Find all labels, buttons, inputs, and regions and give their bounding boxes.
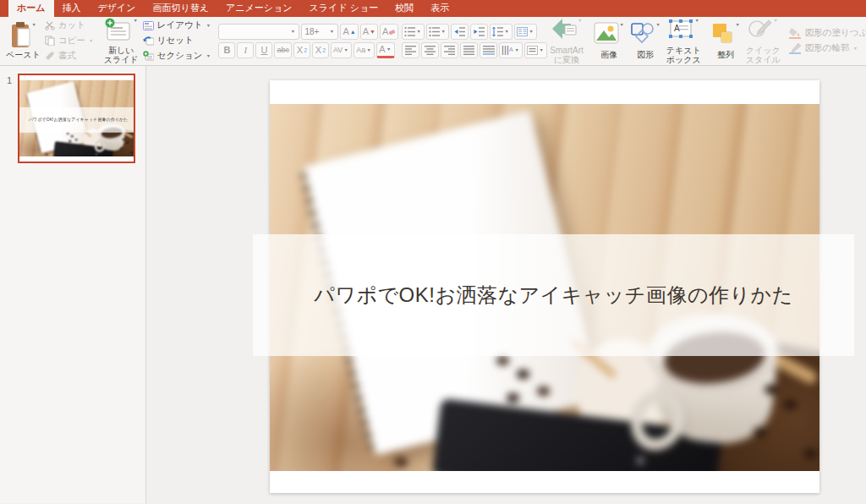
justify-button[interactable] [460, 42, 478, 58]
tab-transitions[interactable]: 画面切り替え [145, 0, 218, 17]
new-slide-button[interactable]: 新しいスライド [101, 17, 141, 65]
font-name-combo[interactable] [218, 24, 299, 40]
section-label: セクション [157, 50, 203, 62]
cut-button: カット [43, 19, 96, 32]
scissors-icon [45, 20, 55, 30]
section-button[interactable]: セクション [141, 49, 214, 63]
thumbnail-title-text: パワポでOK!お洒落なアイキャッチ画像の作りかた [29, 117, 129, 123]
subscript-button[interactable]: X2 [312, 42, 329, 58]
arrange-dropdown-arrow-icon [735, 22, 741, 26]
columns-button[interactable] [514, 24, 537, 40]
shape-fill-label: 図形の塗りつぶし [805, 27, 866, 39]
new-slide-label: 新しいスライド [104, 46, 139, 64]
superscript-button[interactable]: X2 [293, 42, 310, 58]
align-right-button[interactable] [441, 42, 458, 58]
tab-review[interactable]: 校閲 [386, 0, 422, 17]
underline-button[interactable]: U [255, 42, 272, 58]
outdent-icon [454, 27, 465, 36]
font-size-dropdown-arrow-icon [329, 29, 335, 33]
picture-label: 画像 [600, 50, 617, 59]
text-direction-button[interactable]: A [499, 42, 523, 58]
line-spacing-dropdown-arrow-icon [504, 29, 510, 33]
copy-dropdown-arrow-icon [89, 38, 95, 42]
slide-title-text[interactable]: パワポでOK!お洒落なアイキャッチ画像の作りかた [314, 282, 792, 309]
quick-styles-label: クイックスタイル [746, 46, 781, 64]
format-painter-button: 書式 [43, 49, 96, 63]
align-text-dropdown-arrow-icon [539, 47, 545, 52]
layout-label: レイアウト [157, 19, 203, 31]
bullets-button[interactable] [402, 24, 425, 40]
clear-formatting-button[interactable]: A [380, 24, 398, 40]
slide-number: 1 [7, 75, 12, 85]
slide-thumbnail[interactable]: パワポでOK!お洒落なアイキャッチ画像の作りかた [18, 74, 135, 163]
line-spacing-icon [492, 27, 503, 36]
distribute-icon [483, 46, 495, 55]
increase-indent-button[interactable] [470, 24, 488, 40]
arrange-icon [711, 22, 735, 44]
eraser-icon [389, 28, 396, 35]
shape-outline-button: 図形の輪郭 [787, 41, 866, 55]
shape-outline-dropdown-arrow-icon [852, 46, 858, 50]
smartart-icon [551, 18, 578, 40]
textbox-button[interactable]: A テキストボックス [664, 17, 704, 65]
align-left-button[interactable] [402, 42, 419, 58]
char-spacing-dropdown-arrow-icon [343, 47, 349, 52]
columns-dropdown-arrow-icon [529, 29, 534, 33]
reset-button[interactable]: リセット [141, 34, 214, 47]
strikethrough-button[interactable]: abc [274, 42, 292, 58]
grow-font-button[interactable]: A▲ [340, 24, 358, 40]
new-slide-icon [104, 18, 133, 43]
tab-view[interactable]: 表示 [422, 0, 458, 17]
character-spacing-button[interactable]: AV [331, 42, 352, 58]
numbering-dropdown-arrow-icon [441, 29, 447, 33]
ribbon-tab-bar: ホーム 挿入 デザイン 画面切り替え アニメーション スライド ショー 校閲 表… [0, 0, 866, 17]
outline-pencil-icon [788, 42, 802, 54]
paste-dropdown-arrow-icon [31, 22, 37, 26]
picture-button[interactable]: 画像 [591, 21, 628, 60]
quick-styles-brush-icon [748, 18, 773, 40]
quick-styles-button: クイックスタイル [743, 17, 783, 65]
shrink-font-button[interactable]: A▼ [360, 24, 378, 40]
align-center-button[interactable] [421, 42, 439, 58]
tab-insert[interactable]: 挿入 [54, 0, 90, 17]
align-left-icon [405, 46, 416, 55]
align-center-icon [425, 46, 436, 55]
arrange-button[interactable]: 整列 [709, 21, 743, 60]
shapes-dropdown-arrow-icon [655, 22, 661, 26]
align-text-icon [527, 46, 538, 55]
editing-canvas[interactable]: パワポでOK!お洒落なアイキャッチ画像の作りかた [146, 66, 866, 503]
smartart-label: SmartArtに変換 [550, 46, 583, 64]
title-overlay-band[interactable]: パワポでOK!お洒落なアイキャッチ画像の作りかた [253, 234, 854, 356]
distribute-text-button[interactable] [480, 42, 497, 58]
shapes-label: 図形 [637, 50, 654, 59]
shapes-button[interactable]: 図形 [628, 21, 664, 60]
copy-label: コピー [58, 35, 85, 47]
numbering-button[interactable] [426, 24, 449, 40]
paste-button[interactable]: ペースト [3, 21, 43, 60]
font-color-button[interactable]: A [376, 42, 394, 58]
tab-design[interactable]: デザイン [90, 0, 145, 17]
slide-thumbnail-scene: パワポでOK!お洒落なアイキャッチ画像の作りかた [19, 75, 134, 161]
columns-icon [517, 27, 528, 36]
svg-text:A: A [509, 47, 513, 52]
font-size-combo[interactable]: 18+ [301, 24, 338, 40]
text-direction-dropdown-arrow-icon [514, 47, 520, 52]
decrease-indent-button[interactable] [451, 24, 469, 40]
shape-fill-button: 図形の塗りつぶし [787, 26, 866, 40]
line-spacing-button[interactable] [490, 24, 512, 40]
align-text-button[interactable] [524, 42, 547, 58]
text-direction-icon: A [502, 46, 513, 55]
numbering-icon [429, 27, 440, 36]
textbox-dropdown-arrow-icon [694, 18, 700, 22]
picture-dropdown-arrow-icon [619, 22, 625, 26]
font-name-dropdown-arrow-icon [290, 29, 296, 33]
layout-dropdown-arrow-icon [206, 23, 211, 27]
layout-button[interactable]: レイアウト [141, 19, 214, 32]
bullets-dropdown-arrow-icon [416, 29, 422, 33]
tab-slideshow[interactable]: スライド ショー [301, 0, 387, 17]
change-case-button[interactable]: Aa [354, 42, 375, 58]
italic-button[interactable]: I [237, 42, 254, 58]
tab-home[interactable]: ホーム [8, 0, 54, 17]
bold-button[interactable]: B [218, 42, 235, 58]
tab-animations[interactable]: アニメーション [217, 0, 301, 17]
